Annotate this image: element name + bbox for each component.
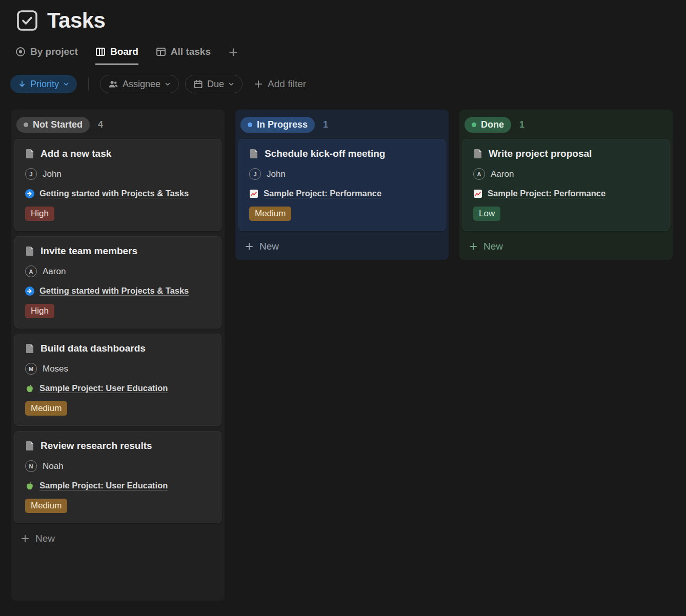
task-card[interactable]: Add a new task J John Getting started wi… xyxy=(14,139,221,231)
kanban-board: Not Started 4 Add a new task J John Gett… xyxy=(11,110,686,601)
page-icon xyxy=(25,343,34,354)
filter-bar: Priority Assignee Due Add filter xyxy=(10,75,686,93)
plus-icon xyxy=(245,242,254,251)
new-task-button[interactable]: New xyxy=(238,236,446,258)
avatar: A xyxy=(25,265,37,277)
due-filter-button[interactable]: Due xyxy=(185,75,243,93)
priority-tag: Medium xyxy=(249,207,291,221)
project-link[interactable]: Sample Project: User Education xyxy=(39,481,168,490)
assignee-filter-button[interactable]: Assignee xyxy=(100,75,179,93)
plus-icon xyxy=(254,79,263,89)
tab-by-project[interactable]: By project xyxy=(15,46,78,65)
avatar: J xyxy=(249,168,261,180)
column-not-started: Not Started 4 Add a new task J John Gett… xyxy=(11,110,225,601)
new-task-button[interactable]: New xyxy=(462,236,670,258)
task-title: Add a new task xyxy=(41,148,111,159)
page-icon xyxy=(249,149,258,159)
priority-tag: Low xyxy=(473,207,500,221)
column-count: 4 xyxy=(98,119,103,130)
view-tabs: By project Board All tasks xyxy=(15,46,686,65)
sort-label: Priority xyxy=(30,79,59,90)
target-icon xyxy=(15,47,26,57)
calendar-icon xyxy=(193,79,203,89)
arrow-down-icon xyxy=(18,80,26,88)
task-card[interactable]: Build data dashboards M Moses Sample Pro… xyxy=(14,334,221,426)
sort-priority-button[interactable]: Priority xyxy=(10,75,77,93)
column-done: Done 1 Write project proposal A Aaron Sa… xyxy=(459,110,673,260)
task-card[interactable]: Schedule kick-off meeting J John Sample … xyxy=(238,139,446,231)
task-title: Write project proposal xyxy=(489,148,592,159)
project-link[interactable]: Getting started with Projects & Tasks xyxy=(39,286,189,296)
priority-tag: Medium xyxy=(25,499,67,513)
status-pill-done[interactable]: Done xyxy=(465,117,511,133)
task-title: Invite team members xyxy=(41,245,137,257)
project-link[interactable]: Getting started with Projects & Tasks xyxy=(39,189,189,198)
people-icon xyxy=(108,79,118,89)
status-pill-in-progress[interactable]: In Progress xyxy=(240,117,315,133)
tab-label: All tasks xyxy=(171,46,211,57)
new-task-button[interactable]: New xyxy=(14,528,221,550)
assignee-name: John xyxy=(267,169,286,179)
tab-all-tasks[interactable]: All tasks xyxy=(156,46,211,65)
status-label: Done xyxy=(481,119,504,130)
new-task-label: New xyxy=(259,241,279,252)
assignee: N Noah xyxy=(25,460,211,472)
assignee-name: Aaron xyxy=(43,266,66,277)
assignee: A Aaron xyxy=(25,265,211,277)
page-icon xyxy=(25,441,34,451)
page-icon xyxy=(25,246,34,256)
status-label: In Progress xyxy=(257,119,308,130)
board-icon xyxy=(95,47,106,57)
chevron-down-icon xyxy=(63,81,69,87)
chevron-down-icon xyxy=(228,81,234,87)
new-task-label: New xyxy=(35,533,55,544)
assignee-name: John xyxy=(43,169,62,179)
assignee: A Aaron xyxy=(473,168,659,180)
assignee-filter-label: Assignee xyxy=(123,79,160,90)
assignee-name: Aaron xyxy=(491,169,514,179)
new-task-label: New xyxy=(483,241,503,252)
due-filter-label: Due xyxy=(207,79,224,90)
task-card[interactable]: Write project proposal A Aaron Sample Pr… xyxy=(462,139,670,231)
task-title: Build data dashboards xyxy=(41,343,146,354)
avatar: A xyxy=(473,168,485,180)
assignee-name: Moses xyxy=(43,364,68,374)
tab-board[interactable]: Board xyxy=(95,46,138,65)
avatar: M xyxy=(25,363,37,375)
plus-icon xyxy=(21,534,30,543)
page-icon xyxy=(25,149,34,159)
chart-icon xyxy=(249,189,258,198)
page-icon xyxy=(473,149,482,159)
chevron-down-icon xyxy=(165,81,171,87)
add-filter-label: Add filter xyxy=(268,78,306,90)
add-filter-button[interactable]: Add filter xyxy=(254,78,306,90)
priority-tag: High xyxy=(25,207,54,221)
task-card[interactable]: Invite team members A Aaron Getting star… xyxy=(14,236,221,328)
task-title: Schedule kick-off meeting xyxy=(265,148,385,159)
apple-icon xyxy=(25,384,34,393)
page-header: Tasks xyxy=(0,0,686,33)
task-title: Review research results xyxy=(41,440,152,451)
project-link[interactable]: Sample Project: User Education xyxy=(39,383,168,393)
plus-icon xyxy=(228,47,238,57)
column-in-progress: In Progress 1 Schedule kick-off meeting … xyxy=(235,110,449,260)
priority-tag: Medium xyxy=(25,401,67,416)
apple-icon xyxy=(25,481,34,490)
project-link[interactable]: Sample Project: Performance xyxy=(488,189,606,198)
status-dot xyxy=(472,122,476,127)
plus-icon xyxy=(469,242,478,251)
assignee: J John xyxy=(249,168,435,180)
status-pill-not-started[interactable]: Not Started xyxy=(16,117,90,133)
column-count: 1 xyxy=(519,119,524,130)
priority-tag: High xyxy=(25,304,54,318)
page-title: Tasks xyxy=(47,8,105,33)
add-view-button[interactable] xyxy=(228,47,238,65)
status-label: Not Started xyxy=(33,119,83,130)
task-card[interactable]: Review research results N Noah Sample Pr… xyxy=(14,431,221,523)
tab-label: By project xyxy=(30,46,78,57)
divider xyxy=(88,77,89,91)
assignee: M Moses xyxy=(25,363,211,375)
column-count: 1 xyxy=(323,119,328,130)
project-link[interactable]: Sample Project: Performance xyxy=(264,189,381,198)
tab-label: Board xyxy=(110,46,138,57)
